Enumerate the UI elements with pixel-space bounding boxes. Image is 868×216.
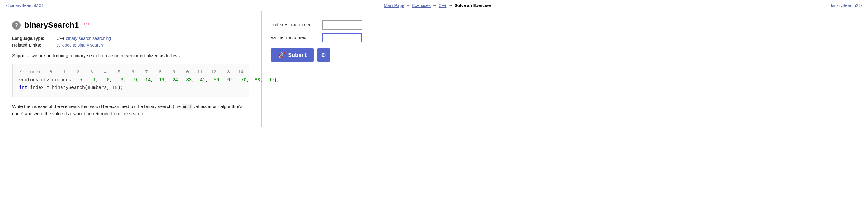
breadcrumb: Main Page → Exercises → C++ → Solve an E…: [384, 3, 491, 8]
arrow-icon-2: →: [432, 3, 437, 8]
submit-label: Submit: [288, 52, 307, 58]
next-link[interactable]: binarySearch2 >: [831, 3, 862, 8]
indexes-label: indexes examined: [271, 23, 319, 27]
page-title: binarySearch1: [24, 20, 79, 30]
meta-table: Language/Type: C++ binary search searchi…: [12, 36, 249, 48]
help-icon[interactable]: ?: [12, 21, 21, 30]
outro-text: Write the indexes of the elements that w…: [12, 103, 249, 117]
arrow-icon-3: →: [448, 3, 453, 8]
breadcrumb-current: Solve an Exercise: [454, 3, 491, 8]
favorite-icon[interactable]: ♡: [84, 22, 89, 29]
rocket-icon: 🚀: [278, 52, 286, 59]
related-value: Wikipedia: binary search: [57, 42, 103, 48]
breadcrumb-main[interactable]: Main Page: [384, 3, 404, 8]
main-container: ? binarySearch1 ♡ Language/Type: C++ bin…: [0, 11, 868, 127]
code-comment: // index 0 1 2 3 4 5 6 7 8 9 10 11 12 13…: [19, 70, 244, 75]
binary-search-link[interactable]: binary search: [66, 36, 91, 41]
intro-text: Suppose we are performing a binary searc…: [12, 53, 249, 58]
settings-button[interactable]: ⚙: [317, 49, 330, 62]
indexes-input[interactable]: [322, 20, 362, 30]
code-block: // index 0 1 2 3 4 5 6 7 8 9 10 11 12 13…: [12, 64, 249, 97]
code-vector-keyword: vector<int> numbers {-5, -1, 0, 3, 9, 14…: [19, 78, 279, 83]
prev-link[interactable]: < binarySearchMC1: [6, 3, 44, 8]
title-row: ? binarySearch1 ♡: [12, 20, 249, 30]
submit-button[interactable]: 🚀 Submit: [271, 49, 314, 62]
top-navigation: < binarySearchMC1 Main Page → Exercises …: [0, 0, 868, 11]
language-row: Language/Type: C++ binary search searchi…: [12, 36, 249, 41]
language-label: Language/Type:: [12, 36, 52, 41]
value-label: value returned: [271, 35, 319, 40]
arrow-icon-1: →: [406, 3, 410, 8]
language-value: C++ binary search searching: [57, 36, 111, 41]
outro-text-before: Write the indexes of the elements that w…: [12, 104, 181, 109]
right-panel: indexes examined value returned 🚀 Submit…: [261, 11, 365, 127]
mid-code: mid: [182, 104, 192, 110]
related-label: Related Links:: [12, 42, 52, 48]
related-row: Related Links: Wikipedia: binary search: [12, 42, 249, 48]
breadcrumb-cpp[interactable]: C++: [439, 3, 446, 8]
content-area: ? binarySearch1 ♡ Language/Type: C++ bin…: [0, 11, 261, 127]
button-row: 🚀 Submit ⚙: [271, 49, 356, 62]
gear-icon: ⚙: [321, 52, 326, 58]
searching-link[interactable]: searching: [92, 36, 111, 41]
value-input[interactable]: [322, 33, 362, 42]
breadcrumb-exercises[interactable]: Exercises: [412, 3, 431, 8]
indexes-row: indexes examined: [271, 20, 356, 30]
code-index-line: index = binarySearch(numbers, 18);: [27, 85, 123, 90]
value-row: value returned: [271, 33, 356, 42]
wikipedia-link[interactable]: Wikipedia: binary search: [57, 42, 103, 48]
code-int-keyword: int: [19, 85, 27, 90]
